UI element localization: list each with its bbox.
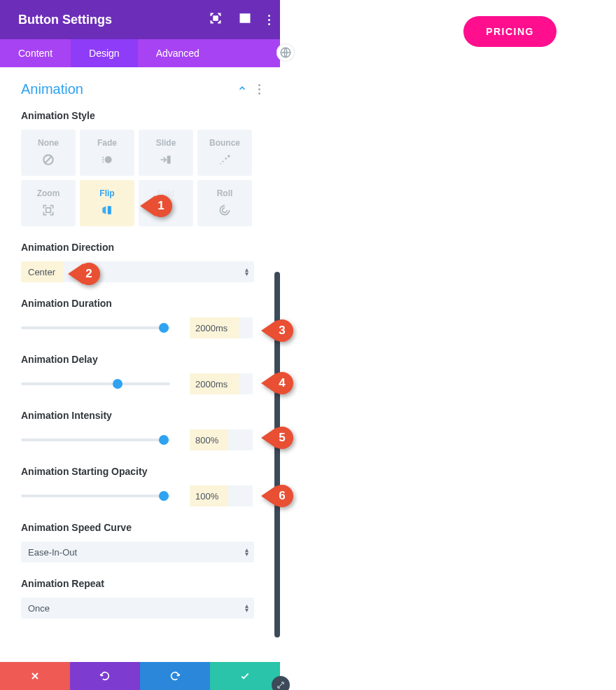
opacity-slider[interactable] <box>21 495 170 497</box>
chevron-up-icon[interactable] <box>237 83 247 96</box>
roll-icon <box>217 202 232 218</box>
none-icon <box>41 152 56 167</box>
duration-slider[interactable] <box>21 326 170 329</box>
fade-icon <box>99 152 115 167</box>
callout-5: 5 <box>261 427 293 449</box>
discard-button[interactable] <box>0 662 70 690</box>
style-zoom[interactable]: Zoom <box>21 180 76 226</box>
label-duration: Animation Duration <box>21 298 260 309</box>
svg-point-10 <box>220 163 221 165</box>
callout-6: 6 <box>261 485 293 507</box>
section-title: Animation <box>21 81 237 97</box>
style-roll[interactable]: Roll <box>197 180 252 226</box>
tabs: Content Design Advanced <box>0 39 280 67</box>
panel-title: Button Settings <box>18 13 209 27</box>
svg-point-11 <box>222 160 223 162</box>
svg-line-4 <box>45 156 52 163</box>
save-button[interactable] <box>210 662 280 690</box>
repeat-select[interactable]: Once ▴▾ <box>21 598 254 619</box>
label-opacity: Animation Starting Opacity <box>21 466 260 477</box>
curve-select[interactable]: Ease-In-Out ▴▾ <box>21 541 254 563</box>
select-caret-icon: ▴▾ <box>245 268 248 276</box>
panel-header: Button Settings <box>0 0 280 39</box>
svg-rect-1 <box>240 14 250 22</box>
settings-panel: Button Settings Content Design Advanced … <box>0 0 280 690</box>
tab-advanced[interactable]: Advanced <box>138 39 218 67</box>
svg-point-5 <box>105 156 112 163</box>
bounce-icon <box>217 152 232 167</box>
section-more-icon[interactable] <box>258 84 260 95</box>
flip-icon <box>99 202 115 218</box>
intensity-value[interactable]: 800% <box>190 429 253 450</box>
style-slide[interactable]: Slide <box>139 130 193 176</box>
zoom-icon <box>41 202 56 218</box>
svg-point-8 <box>102 161 104 163</box>
label-direction: Animation Direction <box>21 242 260 253</box>
svg-point-6 <box>102 157 104 158</box>
label-repeat: Animation Repeat <box>21 578 260 589</box>
select-caret-icon: ▴▾ <box>245 604 248 612</box>
callout-1: 1 <box>140 195 172 217</box>
select-caret-icon: ▴▾ <box>245 548 248 556</box>
svg-point-13 <box>227 155 230 158</box>
direction-select[interactable]: Center ▴▾ <box>21 261 254 282</box>
undo-button[interactable] <box>70 662 140 690</box>
svg-rect-15 <box>108 206 111 214</box>
svg-point-7 <box>102 159 104 160</box>
style-none[interactable]: None <box>21 130 76 176</box>
pricing-button[interactable]: PRICING <box>463 16 556 47</box>
opacity-value[interactable]: 100% <box>190 485 253 506</box>
tab-content[interactable]: Content <box>0 39 71 67</box>
style-flip[interactable]: Flip <box>80 180 134 226</box>
svg-rect-0 <box>214 16 218 20</box>
header-actions <box>209 12 270 27</box>
focus-icon[interactable] <box>209 12 222 27</box>
label-curve: Animation Speed Curve <box>21 522 260 533</box>
globe-icon[interactable] <box>276 43 295 62</box>
label-intensity: Animation Intensity <box>21 410 260 421</box>
delay-slider[interactable] <box>21 382 170 385</box>
style-fade[interactable]: Fade <box>80 130 134 176</box>
callout-4: 4 <box>261 372 293 394</box>
resize-handle-icon[interactable] <box>272 676 290 690</box>
svg-rect-9 <box>167 156 171 164</box>
label-delay: Animation Delay <box>21 354 260 365</box>
slide-icon <box>158 152 174 167</box>
svg-point-12 <box>225 158 227 160</box>
layout-icon[interactable] <box>239 12 251 27</box>
svg-rect-14 <box>46 208 51 213</box>
delay-value[interactable]: 2000ms <box>190 373 253 394</box>
intensity-slider[interactable] <box>21 439 170 441</box>
tab-design[interactable]: Design <box>71 39 138 67</box>
footer-actions <box>0 662 280 690</box>
section-header[interactable]: Animation <box>21 81 260 97</box>
panel-body: Animation Animation Style None Fade Slid… <box>0 67 280 690</box>
redo-button[interactable] <box>140 662 210 690</box>
label-animation-style: Animation Style <box>21 110 260 121</box>
callout-2: 2 <box>68 263 100 285</box>
duration-value[interactable]: 2000ms <box>190 317 253 338</box>
style-bounce[interactable]: Bounce <box>197 130 252 176</box>
callout-3: 3 <box>261 319 293 342</box>
more-icon[interactable] <box>268 15 270 25</box>
